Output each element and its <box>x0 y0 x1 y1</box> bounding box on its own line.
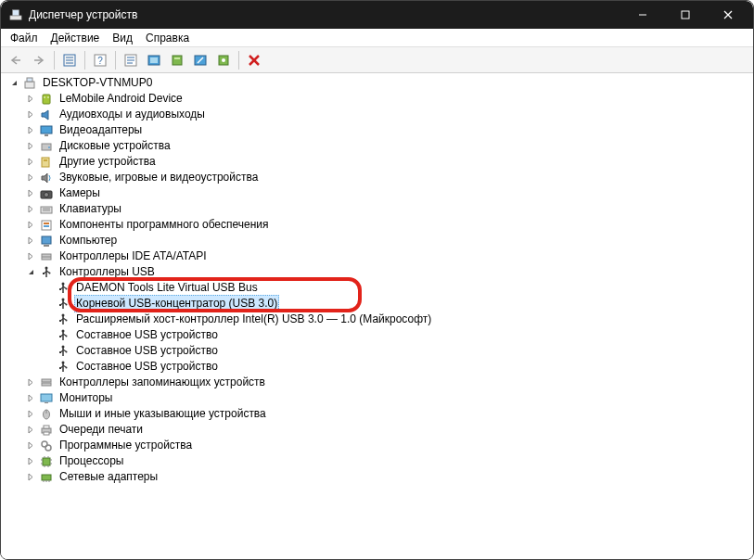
update-driver-button[interactable] <box>143 50 165 70</box>
sound-icon <box>39 171 54 185</box>
chevron-right-icon[interactable] <box>25 156 37 168</box>
disk-icon <box>39 139 54 154</box>
tree-category[interactable]: Программные устройства <box>5 438 753 453</box>
chevron-right-icon[interactable] <box>25 108 37 121</box>
minimize-button[interactable] <box>621 1 664 29</box>
chevron-right-icon[interactable] <box>25 172 37 184</box>
usb-icon <box>56 312 70 327</box>
chevron-right-icon[interactable] <box>25 235 37 247</box>
tree-category[interactable]: Звуковые, игровые и видеоустройства <box>5 170 753 185</box>
menu-view[interactable]: Вид <box>107 31 138 45</box>
forward-button[interactable] <box>28 50 50 70</box>
svg-point-61 <box>66 287 68 289</box>
tree-device[interactable]: DAEMON Tools Lite Virtual USB Bus <box>5 280 753 296</box>
svg-rect-78 <box>59 336 61 337</box>
svg-rect-32 <box>41 126 52 134</box>
svg-point-85 <box>66 350 68 352</box>
device-tree[interactable]: DESKTOP-VTNMUP0LeMobile Android DeviceАу… <box>1 73 753 560</box>
properties-button[interactable] <box>120 50 142 70</box>
svg-rect-20 <box>173 56 182 65</box>
menu-help[interactable]: Справка <box>140 31 195 45</box>
tree-category[interactable]: Аудиовходы и аудиовыходы <box>5 107 753 122</box>
chevron-right-icon[interactable] <box>25 392 37 404</box>
audio-icon <box>39 108 54 122</box>
svg-rect-66 <box>59 304 61 306</box>
svg-rect-93 <box>42 383 51 386</box>
tree-category[interactable]: Сетевые адаптеры <box>5 469 753 485</box>
svg-point-102 <box>45 445 51 451</box>
chevron-right-icon[interactable] <box>25 408 37 420</box>
show-hide-tree-button[interactable] <box>58 50 81 70</box>
tree-item-label: Корневой USB-концентратор (USB 3.0) <box>74 295 279 312</box>
svg-rect-28 <box>27 78 32 82</box>
tree-item-label: DAEMON Tools Lite Virtual USB Bus <box>74 280 260 296</box>
toolbar-separator <box>54 51 55 70</box>
printer-icon <box>39 423 54 438</box>
svg-rect-95 <box>45 402 48 403</box>
tree-device[interactable]: Составное USB устройство <box>5 343 753 359</box>
chevron-right-icon[interactable] <box>25 250 37 262</box>
tree-item-label: Очереди печати <box>58 422 145 438</box>
tree-device[interactable]: Составное USB устройство <box>5 327 753 343</box>
tree-category[interactable]: Камеры <box>5 185 753 201</box>
window-title: Диспетчер устройств <box>29 8 137 21</box>
chevron-right-icon[interactable] <box>25 219 37 231</box>
svg-point-31 <box>47 96 49 98</box>
tree-category[interactable]: Мыши и иные указывающие устройства <box>5 406 753 422</box>
chevron-down-icon[interactable] <box>8 77 20 89</box>
toolbar-separator <box>115 51 116 70</box>
chevron-right-icon[interactable] <box>25 187 37 199</box>
chevron-right-icon[interactable] <box>25 439 37 452</box>
chevron-right-icon[interactable] <box>25 455 37 467</box>
chevron-right-icon[interactable] <box>25 93 37 105</box>
chevron-right-icon[interactable] <box>25 124 37 136</box>
chevron-right-icon[interactable] <box>25 424 37 436</box>
tree-device[interactable]: Корневой USB-концентратор (USB 3.0) <box>5 296 753 312</box>
tree-category[interactable]: Контроллеры USB <box>5 264 753 280</box>
svg-point-55 <box>49 272 51 274</box>
svg-rect-103 <box>43 458 50 465</box>
chevron-right-icon[interactable] <box>25 140 37 152</box>
tree-device[interactable]: Составное USB устройство <box>5 359 753 375</box>
tree-item-label: Составное USB устройство <box>74 359 220 375</box>
tree-category[interactable]: Компьютер <box>5 233 753 248</box>
scan-button[interactable] <box>212 50 235 70</box>
menu-file[interactable]: Файл <box>5 31 44 45</box>
cpu-icon <box>39 454 54 469</box>
tree-item-label: Расширяемый хост-контроллер Intel(R) USB… <box>74 312 433 327</box>
tree-category[interactable]: Другие устройства <box>5 154 753 170</box>
tree-category[interactable]: Дисковые устройства <box>5 138 753 154</box>
tree-item-label: Составное USB устройство <box>74 343 220 359</box>
tree-category[interactable]: Мониторы <box>5 390 753 406</box>
chevron-down-icon[interactable] <box>25 266 37 278</box>
svg-rect-60 <box>59 288 61 290</box>
maximize-button[interactable] <box>664 1 707 29</box>
tree-category[interactable]: Контроллеры запоминающих устройств <box>5 375 753 390</box>
svg-point-79 <box>66 335 68 337</box>
close-button[interactable] <box>707 1 749 29</box>
tree-category[interactable]: Процессоры <box>5 453 753 469</box>
tree-item-label: Контроллеры запоминающих устройств <box>58 375 267 390</box>
tree-category[interactable]: LeMobile Android Device <box>5 91 753 107</box>
back-button[interactable] <box>5 50 27 70</box>
delete-button[interactable] <box>243 50 265 70</box>
uninstall-button[interactable] <box>166 50 188 70</box>
svg-point-73 <box>66 319 68 321</box>
tree-category[interactable]: Компоненты программного обеспечения <box>5 217 753 233</box>
svg-rect-72 <box>59 320 61 322</box>
tree-category[interactable]: Очереди печати <box>5 422 753 438</box>
tree-item-label: Компьютер <box>58 233 119 248</box>
disable-button[interactable] <box>189 50 211 70</box>
svg-rect-37 <box>44 159 47 161</box>
chevron-right-icon[interactable] <box>25 471 37 483</box>
help-button[interactable]: ? <box>89 50 111 70</box>
tree-root[interactable]: DESKTOP-VTNMUP0 <box>5 75 753 91</box>
menu-action[interactable]: Действие <box>45 31 106 45</box>
tree-category[interactable]: Клавиатуры <box>5 201 753 217</box>
tree-category[interactable]: Видеоадаптеры <box>5 122 753 138</box>
tree-category[interactable]: Контроллеры IDE ATA/ATAPI <box>5 248 753 264</box>
chevron-right-icon[interactable] <box>25 376 37 388</box>
chevron-right-icon[interactable] <box>25 203 37 215</box>
usb-icon <box>39 265 54 280</box>
tree-device[interactable]: Расширяемый хост-контроллер Intel(R) USB… <box>5 312 753 327</box>
